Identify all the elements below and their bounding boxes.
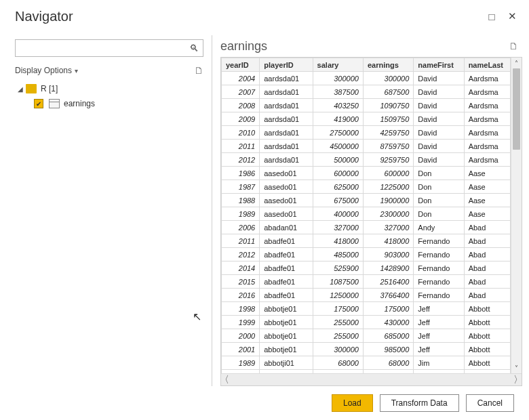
cancel-button[interactable]: Cancel — [466, 394, 514, 412]
cell-salary: 255000 — [313, 316, 363, 329]
table-row[interactable]: 1998abbotje01175000175000JeffAbbott — [222, 302, 511, 316]
cell-yearid: 1998 — [222, 302, 260, 316]
col-header-playerid[interactable]: playerID — [260, 58, 313, 72]
cell-yearid: 1988 — [222, 194, 260, 207]
table-row[interactable]: 2012aardsda015000009259750DavidAardsma — [222, 153, 511, 167]
cell-namefirst: Jeff — [414, 316, 464, 329]
cell-namelast: Abad — [464, 234, 510, 248]
col-header-yearid[interactable]: yearID — [222, 58, 260, 72]
display-options-dropdown[interactable]: Display Options ▾ 🗋 — [15, 64, 203, 77]
close-button[interactable]: ✕ — [502, 6, 522, 26]
cell-yearid: 2016 — [222, 289, 260, 302]
cell-earnings: 903000 — [363, 248, 413, 261]
cell-playerid: aasedo01 — [260, 180, 313, 194]
tree-root-node[interactable]: ◢ R [1] — [15, 81, 203, 96]
cell-namelast: Abad — [464, 275, 510, 289]
table-row[interactable]: 2001abbotje01300000985000JeffAbbott — [222, 343, 511, 356]
search-icon[interactable]: 🔍︎ — [189, 43, 199, 54]
horizontal-scrollbar[interactable]: 〈 〉 — [221, 373, 522, 385]
scroll-right-arrow-icon[interactable]: 〉 — [507, 374, 522, 385]
cell-salary: 675000 — [313, 194, 363, 207]
chevron-down-icon: ▾ — [75, 67, 78, 75]
preview-action-icon[interactable]: 🗋 — [509, 41, 522, 51]
cell-earnings: 685000 — [363, 329, 413, 343]
table-row[interactable]: 1989aasedo014000002300000DonAase — [222, 207, 511, 221]
cell-salary: 403250 — [313, 99, 363, 112]
cell-earnings: 687500 — [363, 85, 413, 99]
table-row[interactable]: 2004aardsda01300000300000DavidAardsma — [222, 72, 511, 85]
table-row[interactable]: 1986aasedo01600000600000DonAase — [222, 167, 511, 180]
cell-namefirst: David — [414, 140, 464, 153]
cell-playerid: aardsda01 — [260, 72, 313, 85]
maximize-button[interactable]: □ — [482, 6, 502, 26]
scroll-up-arrow-icon[interactable]: ˄ — [511, 58, 522, 68]
cell-playerid: abbotje01 — [260, 316, 313, 329]
folder-icon — [26, 84, 37, 93]
cell-earnings: 985000 — [363, 343, 413, 356]
cell-namelast: Abbott — [464, 302, 510, 316]
cell-playerid: abadfe01 — [260, 248, 313, 261]
table-row[interactable]: 2009aardsda014190001509750DavidAardsma — [222, 112, 511, 126]
cell-playerid: abadan01 — [260, 221, 313, 234]
tree-child-earnings[interactable]: ✔ earnings — [15, 96, 203, 111]
cell-namefirst: David — [414, 126, 464, 140]
cell-salary: 600000 — [313, 167, 363, 180]
table-row[interactable]: 2008aardsda014032501090750DavidAardsma — [222, 99, 511, 112]
table-row[interactable]: 2014abadfe015259001428900FernandoAbad — [222, 261, 511, 275]
table-row[interactable]: 2006abadan01327000327000AndyAbad — [222, 221, 511, 234]
display-options-label: Display Options — [15, 66, 72, 75]
col-header-namelast[interactable]: nameLast — [464, 58, 510, 72]
table-row[interactable]: 2007aardsda01387500687500DavidAardsma — [222, 85, 511, 99]
cell-yearid: 1999 — [222, 316, 260, 329]
load-button[interactable]: Load — [332, 394, 373, 412]
cell-yearid: 1989 — [222, 356, 260, 370]
cell-namelast: Abbott — [464, 356, 510, 370]
table-row[interactable]: 2000abbotje01255000685000JeffAbbott — [222, 329, 511, 343]
scroll-down-arrow-icon[interactable]: ˅ — [511, 362, 522, 373]
table-row[interactable]: 2016abadfe0112500003766400FernandoAbad — [222, 289, 511, 302]
cell-namefirst: Fernando — [414, 289, 464, 302]
col-header-earnings[interactable]: earnings — [363, 58, 413, 72]
cell-earnings: 1090750 — [363, 99, 413, 112]
cell-namefirst: David — [414, 153, 464, 167]
cell-yearid: 2010 — [222, 126, 260, 140]
refresh-icon[interactable]: 🗋 — [194, 65, 203, 76]
scroll-thumb[interactable] — [513, 68, 520, 150]
table-row[interactable]: 2012abadfe01485000903000FernandoAbad — [222, 248, 511, 261]
cell-namelast: Abbott — [464, 343, 510, 356]
table-row[interactable]: 1987aasedo016250001225000DonAase — [222, 180, 511, 194]
col-header-namefirst[interactable]: nameFirst — [414, 58, 464, 72]
preview-table-container: yearID playerID salary earnings nameFirs… — [220, 57, 522, 386]
col-header-salary[interactable]: salary — [313, 58, 363, 72]
table-row[interactable]: 2011abadfe01418000418000FernandoAbad — [222, 234, 511, 248]
cell-salary: 400000 — [313, 207, 363, 221]
table-row[interactable]: 2011aardsda0145000008759750DavidAardsma — [222, 140, 511, 153]
cell-earnings: 2516400 — [363, 275, 413, 289]
transform-data-button[interactable]: Transform Data — [380, 394, 459, 412]
cell-playerid: abbotji01 — [260, 356, 313, 370]
cell-salary: 4500000 — [313, 140, 363, 153]
cell-playerid: aardsda01 — [260, 112, 313, 126]
cell-namelast: Aase — [464, 167, 510, 180]
scroll-left-arrow-icon[interactable]: 〈 — [221, 374, 236, 385]
table-row[interactable]: 1989abbotji016800068000JimAbbott — [222, 356, 511, 370]
expand-collapse-icon[interactable]: ◢ — [18, 85, 26, 93]
search-input[interactable] — [20, 41, 189, 56]
table-row[interactable]: 2015abadfe0110875002516400FernandoAbad — [222, 275, 511, 289]
table-row[interactable]: 1988aasedo016750001900000DonAase — [222, 194, 511, 207]
tree-checkbox[interactable]: ✔ — [34, 99, 43, 108]
cell-yearid: 1989 — [222, 207, 260, 221]
table-row[interactable]: 2010aardsda0127500004259750DavidAardsma — [222, 126, 511, 140]
cell-earnings: 9259750 — [363, 153, 413, 167]
cell-namelast: Aardsma — [464, 153, 510, 167]
cell-salary: 327000 — [313, 221, 363, 234]
cell-earnings: 1509750 — [363, 112, 413, 126]
cell-namefirst: David — [414, 99, 464, 112]
cell-playerid: aardsda01 — [260, 153, 313, 167]
cell-playerid: abadfe01 — [260, 261, 313, 275]
table-row[interactable]: 1999abbotje01255000430000JeffAbbott — [222, 316, 511, 329]
cell-namefirst: David — [414, 112, 464, 126]
cell-playerid: aardsda01 — [260, 99, 313, 112]
cell-namelast: Abbott — [464, 316, 510, 329]
vertical-scrollbar[interactable]: ˄ ˅ — [511, 58, 522, 373]
